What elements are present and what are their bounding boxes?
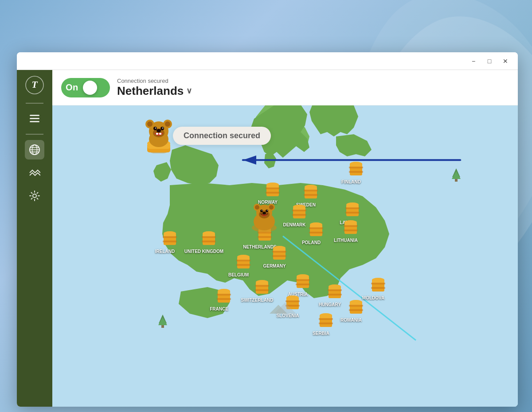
toggle-label: On [66, 82, 78, 93]
sidebar-item-servers[interactable] [25, 163, 44, 183]
svg-rect-157 [349, 309, 363, 311]
svg-point-141 [372, 278, 384, 282]
svg-point-183 [165, 121, 170, 127]
svg-point-188 [162, 128, 164, 129]
maximize-button[interactable]: □ [482, 54, 497, 68]
sidebar-item-globe[interactable] [25, 140, 44, 159]
svg-rect-66 [202, 236, 216, 238]
svg-rect-60 [163, 241, 177, 242]
svg-rect-45 [344, 225, 358, 227]
connection-info: Connection secured Netherlands ∨ [117, 78, 192, 98]
svg-point-134 [329, 284, 341, 289]
svg-rect-143 [371, 287, 385, 289]
svg-point-162 [320, 313, 332, 318]
svg-rect-93 [309, 227, 323, 229]
svg-rect-190 [156, 133, 158, 135]
svg-point-10 [33, 194, 36, 198]
svg-text:GERMANY: GERMANY [263, 264, 286, 268]
svg-text:NETHERLANDS: NETHERLANDS [243, 245, 277, 249]
sidebar-logo: T [24, 74, 45, 96]
toggle-circle [83, 81, 97, 95]
svg-point-99 [273, 246, 286, 250]
connection-secured-bubble: Connection secured [173, 127, 271, 145]
svg-point-30 [350, 162, 362, 166]
svg-rect-17 [266, 187, 280, 189]
bear-mascot [141, 118, 176, 153]
svg-text:MOLDOVA: MOLDOVA [362, 295, 384, 300]
svg-text:IRELAND: IRELAND [155, 249, 175, 254]
svg-text:SWITZERLAND: SWITZERLAND [241, 298, 274, 303]
sidebar-item-menu[interactable] [25, 109, 44, 128]
vpn-toggle[interactable]: On [61, 78, 110, 97]
svg-rect-4 [30, 121, 39, 122]
close-button[interactable]: ✕ [498, 54, 512, 68]
svg-point-58 [164, 231, 176, 236]
svg-rect-142 [371, 283, 385, 284]
svg-text:T: T [31, 79, 38, 90]
svg-rect-67 [202, 241, 216, 242]
svg-point-37 [346, 202, 359, 207]
svg-point-181 [147, 121, 153, 127]
svg-rect-114 [217, 294, 231, 295]
svg-rect-53 [292, 214, 306, 216]
svg-rect-25 [304, 194, 318, 196]
svg-text:FINLAND: FINLAND [341, 179, 361, 184]
svg-rect-107 [236, 260, 250, 261]
svg-text:SLOVENIA: SLOVENIA [276, 313, 299, 318]
sidebar-divider [26, 103, 43, 104]
country-selector[interactable]: Netherlands ∨ [117, 84, 192, 98]
svg-point-87 [267, 210, 268, 211]
svg-rect-149 [286, 300, 300, 302]
svg-text:LITHUANIA: LITHUANIA [334, 238, 358, 243]
svg-rect-100 [272, 251, 286, 253]
svg-rect-38 [345, 207, 360, 209]
svg-text:DENMARK: DENMARK [283, 222, 306, 227]
chevron-down-icon: ∨ [186, 86, 192, 96]
svg-point-65 [203, 231, 215, 236]
svg-point-84 [260, 210, 263, 212]
svg-text:SERBIA: SERBIA [313, 331, 329, 336]
svg-rect-94 [309, 232, 323, 233]
svg-point-113 [218, 289, 230, 293]
svg-text:FRANCE: FRANCE [210, 307, 228, 311]
svg-rect-128 [296, 279, 310, 281]
svg-rect-24 [304, 190, 318, 191]
svg-rect-163 [319, 318, 333, 320]
connection-secured-popup: Connection secured [141, 118, 271, 153]
svg-text:UNITED KINGDOM: UNITED KINGDOM [184, 249, 223, 254]
svg-rect-191 [159, 133, 161, 135]
minimize-button[interactable]: − [466, 54, 481, 68]
svg-rect-2 [30, 115, 39, 116]
svg-rect-156 [349, 305, 363, 307]
svg-rect-129 [296, 284, 310, 285]
svg-rect-3 [30, 118, 39, 119]
svg-rect-18 [266, 192, 280, 194]
svg-point-127 [297, 274, 309, 279]
svg-point-92 [310, 222, 322, 227]
svg-point-44 [344, 220, 357, 225]
svg-point-148 [286, 295, 299, 300]
sidebar-divider-2 [26, 134, 43, 135]
app-window: − □ ✕ T [17, 52, 518, 407]
svg-rect-39 [345, 212, 360, 214]
svg-text:HUNGARY: HUNGARY [319, 302, 341, 307]
sidebar: T [17, 70, 52, 407]
svg-point-187 [155, 128, 156, 129]
svg-rect-46 [344, 229, 358, 231]
svg-point-88 [262, 212, 266, 214]
sidebar-item-settings[interactable] [25, 186, 44, 206]
title-bar: − □ ✕ [17, 52, 518, 70]
svg-point-23 [305, 185, 317, 189]
svg-point-155 [350, 300, 362, 304]
svg-point-85 [266, 210, 268, 212]
window-controls: − □ ✕ [466, 54, 512, 68]
map-area[interactable]: NORWAY SWEDEN [52, 105, 518, 407]
svg-rect-164 [319, 323, 333, 324]
svg-point-86 [262, 210, 262, 211]
country-name: Netherlands [117, 84, 184, 98]
svg-rect-31 [349, 167, 363, 168]
svg-rect-52 [292, 210, 306, 211]
svg-rect-32 [349, 171, 363, 173]
svg-point-51 [293, 205, 305, 209]
svg-rect-121 [255, 285, 269, 287]
